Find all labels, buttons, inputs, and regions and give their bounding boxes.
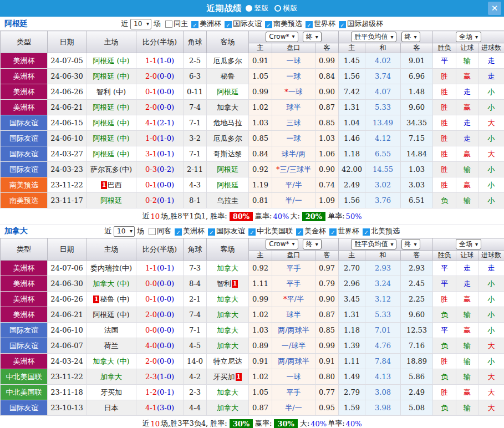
- euro-final-select[interactable]: 终 ▾: [401, 239, 420, 249]
- recent-count-select[interactable]: 10 ▾: [130, 19, 151, 29]
- cell-match-type: 美洲杯: [1, 307, 48, 323]
- handicap-text: 一球: [288, 88, 303, 96]
- asian-company-select[interactable]: Crow* ▾: [266, 32, 298, 42]
- recent-count-select[interactable]: 10 ▾: [114, 226, 135, 237]
- cell-euro-away-odds: 2.25: [401, 292, 433, 307]
- fulltime-score: 0-1: [145, 295, 157, 303]
- cell-euro-draw-odds: 2.93: [365, 261, 401, 276]
- fulltime-score: 0-3: [145, 165, 157, 174]
- asian-company-select[interactable]: Crow* ▾: [266, 239, 298, 249]
- league-checkbox[interactable]: ✓: [175, 228, 182, 236]
- cell-euro-away-odds: 2.45: [401, 276, 433, 292]
- games-label: 场: [154, 19, 161, 29]
- cell-handicap-result: 输: [456, 354, 478, 369]
- summary-segment: 50%: [346, 212, 362, 221]
- league-label: 南美预选: [273, 19, 302, 28]
- cell-home-team: 加拿大 (中): [86, 276, 136, 292]
- cell-asian-home-odds: 0.91: [249, 354, 272, 369]
- col-corner: 角球: [184, 31, 207, 53]
- fulltime-score: 2-0: [145, 310, 157, 319]
- halftime-score: (2-1): [157, 119, 174, 127]
- near-label: 近: [104, 226, 111, 236]
- cell-handicap: *三/三球半: [272, 162, 315, 177]
- sub-euro-draw: 和: [365, 43, 401, 53]
- cell-asian-away-odds: 0.99: [315, 53, 339, 69]
- handicap-text: 一球: [287, 373, 301, 381]
- sub-asian-home: 主: [249, 251, 272, 261]
- fulltime-score: 4-1: [145, 404, 157, 412]
- halftime-score: (0-0): [157, 181, 174, 189]
- cell-asian-home-odds: 1.05: [249, 385, 272, 400]
- filter-bar: 阿根廷 近 10 ▾ 场 同主 ✓美洲杯✓国际友谊✓南美预选✓世界杯✓国际超级杯: [0, 17, 504, 30]
- cell-away-team: 厄瓜多尔: [207, 53, 249, 69]
- league-checkbox[interactable]: ✓: [248, 228, 256, 236]
- league-checkbox[interactable]: ✓: [191, 21, 198, 28]
- cell-corners: 7-4: [184, 307, 207, 323]
- cell-home-team: 法国: [86, 323, 136, 338]
- layout-radio-vertical[interactable]: [246, 5, 252, 12]
- close-button[interactable]: ✕: [488, 2, 501, 15]
- euro-average-select[interactable]: 胜平负均值 ▾: [351, 32, 396, 42]
- cell-euro-draw-odds: 3.76: [365, 193, 401, 208]
- league-checkbox[interactable]: ✓: [329, 228, 337, 236]
- fullmatch-select[interactable]: 全场 ▾: [456, 239, 481, 249]
- euro-final-select[interactable]: 终 ▾: [401, 32, 420, 42]
- cell-asian-away-odds: 0.79: [315, 276, 339, 292]
- summary-line: 近10场,胜8平1负1, 胜率: 80% 赢率:40% 大: 20% 单率:50…: [0, 208, 504, 224]
- fulltime-score: 0-0: [145, 326, 157, 334]
- cell-asian-away-odds: 0.84: [315, 69, 339, 84]
- cell-wdl-result: 负: [433, 307, 456, 323]
- near-label: 近: [121, 19, 128, 29]
- handicap-text: 平/半: [285, 181, 302, 189]
- layout-radio-group: 竖版 横版: [245, 3, 298, 13]
- fullmatch-select[interactable]: 全场 ▾: [456, 32, 481, 42]
- team-name: 阿根廷: [100, 196, 122, 205]
- league-checkbox[interactable]: ✓: [265, 21, 272, 28]
- cell-handicap-result: 赢: [456, 177, 478, 193]
- cell-match-type: 美洲杯: [1, 84, 48, 100]
- cell-wdl-result: 平: [433, 261, 456, 276]
- asian-final-select[interactable]: 终 ▾: [303, 239, 322, 249]
- cell-wdl-result: 胜: [433, 84, 456, 100]
- cell-match-type: 国际友谊: [1, 115, 48, 131]
- same-venue-checkbox[interactable]: [149, 228, 156, 235]
- halftime-score: (0-0): [157, 279, 174, 288]
- halftime-score: (0-0): [157, 342, 174, 350]
- cell-wdl-result: 胜: [433, 354, 456, 369]
- chevron-down-icon: ▾: [315, 242, 318, 247]
- cell-asian-away-odds: 0.99: [315, 338, 339, 354]
- cell-home-team: 阿根廷 (中): [86, 69, 136, 84]
- summary-segment: 赢率:: [255, 419, 272, 428]
- cell-match-type: 中北美国联: [1, 385, 48, 400]
- team-name: 阿根廷: [217, 165, 238, 174]
- layout-radio-horizontal[interactable]: [274, 5, 281, 12]
- team-name: 阿根廷 (中): [93, 150, 129, 158]
- team-name: 委内瑞拉(中): [90, 264, 132, 272]
- league-checkbox[interactable]: ✓: [339, 21, 346, 28]
- league-filter-group: ✓美洲杯✓国际友谊✓南美预选✓世界杯✓国际超级杯: [188, 19, 383, 29]
- team-section: 阿根廷 近 10 ▾ 场 同主 ✓美洲杯✓国际友谊✓南美预选✓世界杯✓国际超级杯…: [0, 17, 504, 224]
- cell-asian-away-odds: 0.87: [315, 307, 339, 323]
- cell-date: 23-11-22: [48, 369, 86, 385]
- asian-final-select[interactable]: 终 ▾: [303, 32, 322, 42]
- cell-date: 24-06-30: [48, 69, 86, 84]
- team-name: 阿根廷 (中): [93, 134, 129, 142]
- league-checkbox[interactable]: ✓: [306, 21, 313, 28]
- league-checkbox[interactable]: ✓: [296, 228, 303, 236]
- cell-handicap: 三球: [272, 115, 315, 131]
- league-checkbox[interactable]: ✓: [363, 228, 370, 236]
- team-name: 阿根廷 (中): [93, 310, 129, 319]
- cell-goals-result: 走: [478, 261, 504, 276]
- cell-asian-home-odds: 0.92: [249, 162, 272, 177]
- same-venue-checkbox[interactable]: [165, 21, 172, 28]
- euro-average-select[interactable]: 胜平负均值 ▾: [351, 239, 396, 249]
- league-checkbox[interactable]: ✓: [208, 228, 215, 236]
- team-title: 加拿大: [4, 226, 28, 236]
- handicap-text: 三球: [287, 119, 301, 127]
- cell-handicap: 一/球半: [272, 338, 315, 354]
- cell-score: 0-1(0-0): [136, 177, 184, 193]
- league-checkbox[interactable]: ✓: [225, 21, 232, 28]
- cell-euro-home-odds: 2.49: [339, 177, 365, 193]
- cell-asian-home-odds: 0.85: [249, 131, 272, 146]
- sub-euro-home: 主: [339, 251, 365, 261]
